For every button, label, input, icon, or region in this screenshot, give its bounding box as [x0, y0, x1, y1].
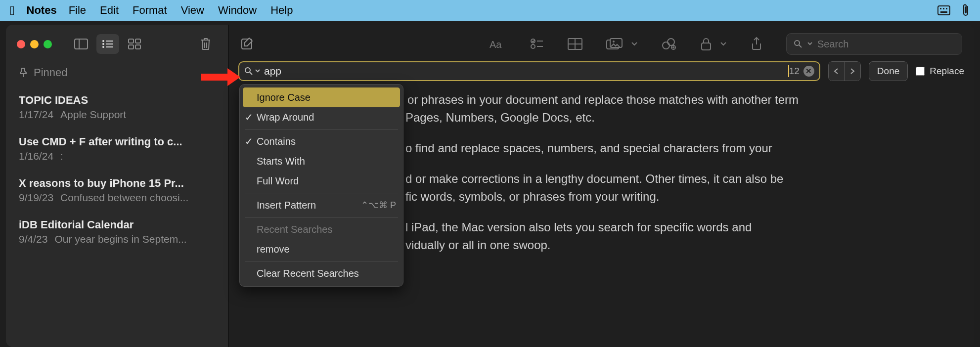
menu-format[interactable]: Format [133, 4, 167, 17]
menu-recent-searches-header: Recent Searches [240, 219, 403, 239]
find-options-button[interactable] [244, 67, 260, 76]
svg-rect-36 [702, 43, 711, 50]
note-date: 1/17/24 [19, 109, 53, 121]
note-cell[interactable]: X reasons to buy iPhone 15 Pr... 9/19/23… [19, 172, 215, 209]
pin-icon [19, 68, 28, 78]
note-date: 9/19/23 [19, 192, 53, 204]
find-result-count: 12 [789, 66, 800, 77]
chevron-down-icon[interactable] [631, 42, 638, 46]
format-button[interactable]: Aa [490, 38, 506, 50]
svg-rect-3 [946, 8, 947, 9]
annotation-arrow [201, 68, 240, 86]
replace-toggle[interactable]: Replace [916, 66, 964, 77]
find-input[interactable] [264, 65, 788, 77]
apple-menu-icon[interactable]:  [10, 3, 15, 18]
note-title: X reasons to buy iPhone 15 Pr... [19, 177, 215, 190]
delete-note-button[interactable] [194, 34, 217, 54]
note-cell[interactable]: Use CMD + F after writing to c... 1/16/2… [19, 130, 215, 167]
new-note-button[interactable] [240, 37, 254, 51]
list-view-button[interactable] [96, 34, 119, 54]
svg-line-38 [799, 45, 802, 47]
media-button[interactable] [606, 38, 623, 50]
menu-starts-with[interactable]: Starts With [240, 151, 403, 171]
sidebar-toggle-button[interactable] [70, 34, 92, 54]
toolbar-search-input[interactable] [817, 39, 955, 50]
svg-rect-0 [938, 6, 950, 15]
note-title: iDB Editorial Calendar [19, 218, 215, 231]
note-preview: Apple Support [60, 109, 126, 121]
maximize-window-button[interactable] [44, 40, 52, 48]
note-preview: Our year begins in Septem... [54, 233, 186, 245]
chevron-down-icon[interactable] [720, 42, 727, 46]
pinned-label: Pinned [34, 66, 68, 79]
done-button[interactable]: Done [869, 61, 908, 81]
note-title: Use CMD + F after writing to c... [19, 135, 215, 148]
mac-menubar:  Notes File Edit Format View Window Hel… [0, 0, 980, 21]
menu-window[interactable]: Window [218, 4, 257, 17]
toolbar-search[interactable] [786, 33, 962, 55]
search-icon [794, 40, 802, 48]
svg-rect-2 [943, 8, 944, 9]
find-options-menu: Ignore Case ✓ Wrap Around ✓ Contains Sta… [239, 84, 403, 287]
chevron-down-icon [807, 42, 812, 46]
note-date: 1/16/24 [19, 150, 53, 162]
menu-clear-recent[interactable]: Clear Recent Searches [240, 263, 403, 283]
traffic-lights [17, 40, 52, 48]
note-cell[interactable]: iDB Editorial Calendar 9/4/23Our year be… [19, 214, 215, 250]
check-icon: ✓ [245, 111, 253, 123]
replace-checkbox[interactable] [916, 67, 925, 76]
menu-full-word[interactable]: Full Word [240, 171, 403, 191]
svg-point-7 [102, 40, 104, 42]
svg-rect-13 [129, 39, 134, 43]
menu-help[interactable]: Help [270, 4, 293, 17]
keyboard-menu-icon[interactable] [937, 5, 950, 15]
main-toolbar: Aa [228, 25, 974, 63]
svg-rect-5 [75, 39, 88, 49]
share-button[interactable] [751, 37, 762, 51]
svg-point-37 [795, 41, 800, 45]
svg-rect-14 [135, 39, 140, 43]
gallery-view-button[interactable] [123, 34, 146, 54]
note-date: 9/4/23 [19, 233, 47, 245]
svg-rect-15 [129, 45, 134, 49]
menu-recent-search-item[interactable]: remove [240, 239, 403, 259]
menu-ignore-case[interactable]: Ignore Case [243, 87, 400, 107]
menubar-app-name[interactable]: Notes [27, 4, 57, 17]
svg-point-32 [668, 39, 674, 45]
shortcut-label: ⌃⌥⌘ P [361, 200, 396, 211]
menu-edit[interactable]: Edit [100, 4, 119, 17]
menu-view[interactable]: View [181, 4, 204, 17]
notes-window: Pinned TOPIC IDEAS 1/17/24Apple Support … [6, 25, 974, 347]
svg-text:Aa: Aa [490, 39, 502, 50]
close-window-button[interactable] [17, 40, 25, 48]
find-prev-button[interactable] [829, 62, 845, 81]
minimize-window-button[interactable] [30, 40, 39, 48]
svg-point-9 [102, 46, 104, 48]
sidebar: Pinned TOPIC IDEAS 1/17/24Apple Support … [6, 25, 228, 347]
menu-wrap-around[interactable]: ✓ Wrap Around [240, 107, 403, 127]
paperclip-icon[interactable] [961, 3, 970, 17]
svg-point-39 [245, 68, 250, 73]
svg-line-40 [250, 72, 252, 75]
menu-file[interactable]: File [69, 4, 86, 17]
table-button[interactable] [568, 38, 582, 50]
find-next-button[interactable] [845, 62, 860, 81]
note-preview: Confused between choosi... [60, 192, 188, 204]
sidebar-toolbar [6, 25, 228, 63]
note-cell[interactable]: TOPIC IDEAS 1/17/24Apple Support [19, 89, 215, 126]
editor-pane: Aa [228, 25, 974, 347]
svg-point-23 [531, 44, 535, 48]
svg-rect-4 [940, 11, 947, 13]
clear-find-button[interactable]: ✕ [803, 66, 814, 77]
replace-label: Replace [930, 66, 964, 77]
svg-rect-16 [135, 45, 140, 49]
link-button[interactable] [662, 38, 676, 50]
lock-button[interactable] [700, 37, 712, 51]
find-field[interactable]: 12 ✕ [238, 61, 820, 81]
svg-point-31 [663, 42, 669, 49]
checklist-button[interactable] [530, 38, 544, 50]
svg-rect-1 [940, 8, 941, 9]
find-bar: 12 ✕ Done Replace [228, 61, 974, 87]
menu-insert-pattern[interactable]: Insert Pattern ⌃⌥⌘ P [240, 195, 403, 215]
menu-contains[interactable]: ✓ Contains [240, 131, 403, 151]
